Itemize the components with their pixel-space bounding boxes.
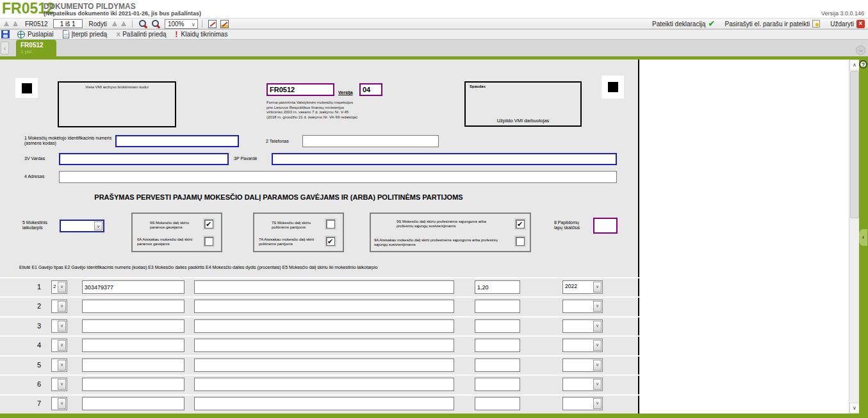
e3-purpose-input[interactable]: [194, 280, 454, 294]
zoom-out-icon[interactable]: [138, 19, 147, 28]
page-indicator-input[interactable]: [53, 19, 83, 28]
registration-mark: [602, 76, 624, 99]
e5-until-period-select[interactable]: ∨: [562, 300, 603, 313]
e1-recipient-type-select[interactable]: ∨: [51, 378, 67, 391]
show-next-icon[interactable]: [121, 21, 126, 26]
save-icon[interactable]: [1, 30, 10, 38]
e4-percentage-input[interactable]: [475, 378, 520, 391]
e2-recipient-id-input[interactable]: [82, 300, 184, 313]
pages-button[interactable]: Puslapiai: [28, 31, 54, 38]
e5-until-period-select[interactable]: ∨: [562, 397, 603, 410]
chevron-down-icon[interactable]: ∨: [593, 282, 602, 293]
e3-purpose-input[interactable]: [194, 319, 454, 333]
phone-input[interactable]: [302, 135, 439, 147]
chevron-down-icon[interactable]: ∨: [58, 321, 66, 332]
e5-until-period-select[interactable]: ∨: [562, 378, 603, 391]
chevron-down-icon: ∨: [192, 20, 195, 29]
close-button[interactable]: Uždaryti: [830, 20, 854, 28]
e4-percentage-input[interactable]: [475, 280, 520, 294]
tab-scroll-right-button[interactable]: →: [856, 45, 865, 55]
previous-document-icon[interactable]: [13, 21, 18, 26]
e2-recipient-id-input[interactable]: [82, 358, 184, 372]
9a-checkbox[interactable]: [516, 237, 525, 246]
submit-declaration-button[interactable]: Pateikti deklaraciją: [652, 20, 705, 28]
e4-percentage-input[interactable]: [475, 339, 520, 352]
chevron-down-icon[interactable]: ∨: [58, 282, 66, 293]
e5-value: [563, 320, 593, 332]
edit-document-icon[interactable]: [208, 20, 217, 28]
form-code-input[interactable]: [266, 83, 334, 96]
e5-until-period-select[interactable]: ∨: [562, 339, 603, 352]
form-page: Vieta VMI archyvo brūkšniniam kodui Vers…: [0, 60, 639, 414]
e4-percentage-input[interactable]: [475, 319, 520, 333]
tax-period-select[interactable]: ∨: [60, 220, 104, 232]
e1-recipient-type-select[interactable]: 2 ∨: [51, 280, 67, 294]
chevron-down-icon[interactable]: ∨: [593, 321, 602, 332]
zoom-in-icon[interactable]: [151, 19, 160, 28]
extra-sheets-input[interactable]: [593, 218, 618, 234]
app-header: FR0512 DOKUMENTO PILDYMAS (Nepateikus do…: [0, 0, 868, 18]
insert-attachment-button[interactable]: Įterpti priedą: [72, 31, 108, 38]
tab-scroll-left-button[interactable]: ‹: [1, 42, 9, 54]
chevron-down-icon[interactable]: ∨: [593, 398, 602, 409]
7a-checkbox[interactable]: [326, 237, 335, 246]
e5-until-period-select[interactable]: ∨: [562, 319, 603, 333]
chevron-down-icon[interactable]: ∨: [58, 398, 66, 409]
e2-recipient-id-input[interactable]: [82, 339, 184, 352]
chevron-down-icon[interactable]: ∨: [58, 360, 66, 371]
scroll-up-icon[interactable]: ∧: [849, 60, 860, 70]
e2-recipient-id-input[interactable]: [82, 319, 184, 333]
e4-percentage-input[interactable]: [475, 300, 520, 313]
edit-data-icon[interactable]: [220, 20, 229, 28]
help-icon[interactable]: ?: [859, 60, 867, 68]
show-previous-icon[interactable]: [112, 21, 117, 26]
error-check-button[interactable]: Klaidų tikrinimas: [181, 31, 228, 38]
chevron-down-icon[interactable]: ∨: [593, 360, 602, 371]
first-document-icon[interactable]: [4, 21, 9, 26]
tab-fr0512[interactable]: FR0512 1 psl.: [16, 40, 56, 56]
row-separator: [0, 374, 639, 376]
first-name-input[interactable]: [59, 153, 229, 165]
scrollbar-thumb[interactable]: [850, 71, 859, 218]
chevron-down-icon[interactable]: ∨: [58, 379, 66, 390]
e1-recipient-type-select[interactable]: ∨: [51, 339, 67, 352]
stamp-label: Spaudas: [470, 84, 486, 88]
6s-checkbox[interactable]: [204, 220, 213, 229]
e1-recipient-type-select[interactable]: ∨: [51, 397, 67, 410]
e1-recipient-type-select[interactable]: ∨: [51, 319, 67, 333]
collapse-panel-handle[interactable]: ‹: [859, 229, 867, 246]
e4-percentage-input[interactable]: [475, 358, 520, 372]
e4-percentage-input[interactable]: [475, 397, 520, 410]
e5-until-period-select[interactable]: 2022 ∨: [562, 280, 603, 294]
vertical-scrollbar[interactable]: ∧ ∨: [849, 60, 859, 414]
remove-attachment-button[interactable]: Pašalinti priedą: [122, 31, 166, 38]
e3-purpose-input[interactable]: [194, 358, 454, 372]
close-icon[interactable]: ×: [856, 20, 865, 28]
last-name-input[interactable]: [272, 153, 617, 165]
e3-purpose-input[interactable]: [194, 378, 454, 391]
e1-recipient-type-select[interactable]: ∨: [51, 300, 67, 313]
e1-recipient-type-select[interactable]: ∨: [51, 358, 67, 372]
chevron-down-icon[interactable]: ∨: [593, 301, 602, 312]
e2-recipient-id-input[interactable]: [82, 378, 184, 391]
e3-purpose-input[interactable]: [194, 397, 454, 410]
chevron-down-icon[interactable]: ∨: [58, 340, 66, 351]
6a-checkbox[interactable]: [204, 237, 213, 246]
scroll-down-icon[interactable]: ∨: [849, 403, 860, 414]
version-input[interactable]: [359, 83, 382, 96]
chevron-down-icon[interactable]: ∨: [94, 221, 102, 230]
9s-checkbox[interactable]: [516, 220, 525, 229]
sign-and-submit-button[interactable]: Pasirašyti el. parašu ir pateikti: [725, 20, 810, 28]
chevron-down-icon[interactable]: ∨: [593, 340, 602, 351]
zoom-level-select[interactable]: 100% ∨: [165, 19, 198, 29]
e3-purpose-input[interactable]: [194, 339, 454, 352]
address-input[interactable]: [59, 171, 617, 183]
e2-recipient-id-input[interactable]: [82, 280, 184, 294]
chevron-down-icon[interactable]: ∨: [58, 301, 66, 312]
e2-recipient-id-input[interactable]: [82, 397, 184, 410]
taxpayer-id-input[interactable]: [115, 135, 239, 147]
e3-purpose-input[interactable]: [194, 300, 454, 313]
e5-until-period-select[interactable]: ∨: [562, 358, 603, 372]
7s-checkbox[interactable]: [326, 220, 335, 229]
chevron-down-icon[interactable]: ∨: [593, 379, 602, 390]
